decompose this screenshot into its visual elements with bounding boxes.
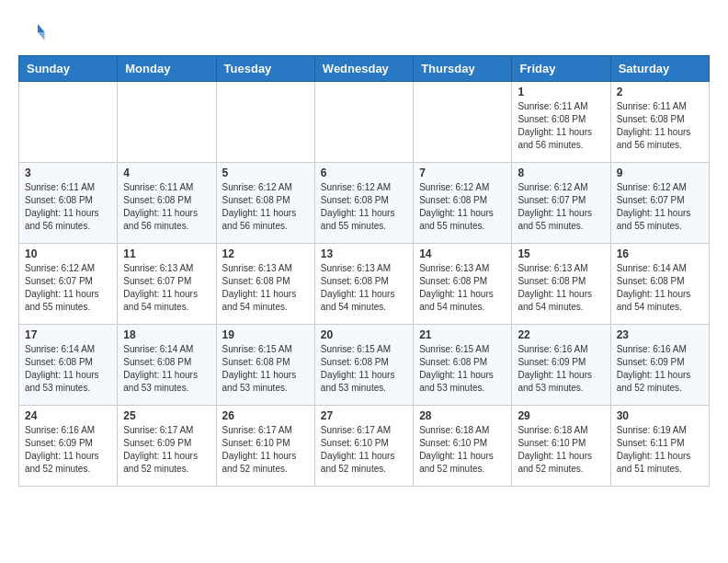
day-cell: 2Sunrise: 6:11 AMSunset: 6:08 PMDaylight… xyxy=(610,82,709,163)
calendar-table: SundayMondayTuesdayWednesdayThursdayFrid… xyxy=(18,55,710,487)
day-cell: 15Sunrise: 6:13 AMSunset: 6:08 PMDayligh… xyxy=(512,244,610,325)
day-info: Sunrise: 6:13 AMSunset: 6:08 PMDaylight:… xyxy=(321,262,407,314)
day-cell: 26Sunrise: 6:17 AMSunset: 6:10 PMDayligh… xyxy=(216,406,314,487)
day-info: Sunrise: 6:12 AMSunset: 6:08 PMDaylight:… xyxy=(222,181,309,233)
day-cell xyxy=(118,82,216,163)
day-info: Sunrise: 6:15 AMSunset: 6:08 PMDaylight:… xyxy=(321,343,407,395)
day-info: Sunrise: 6:12 AMSunset: 6:08 PMDaylight:… xyxy=(321,181,407,233)
day-cell: 4Sunrise: 6:11 AMSunset: 6:08 PMDaylight… xyxy=(118,163,216,244)
day-cell: 7Sunrise: 6:12 AMSunset: 6:08 PMDaylight… xyxy=(414,163,512,244)
day-info: Sunrise: 6:11 AMSunset: 6:08 PMDaylight:… xyxy=(25,181,111,233)
day-cell xyxy=(216,82,314,163)
day-cell: 30Sunrise: 6:19 AMSunset: 6:11 PMDayligh… xyxy=(610,406,709,487)
day-cell: 28Sunrise: 6:18 AMSunset: 6:10 PMDayligh… xyxy=(414,406,512,487)
day-number: 20 xyxy=(321,328,407,341)
day-number: 22 xyxy=(518,328,604,341)
day-info: Sunrise: 6:16 AMSunset: 6:09 PMDaylight:… xyxy=(25,424,111,476)
day-info: Sunrise: 6:15 AMSunset: 6:08 PMDaylight:… xyxy=(222,343,309,395)
day-number: 8 xyxy=(518,167,604,179)
day-cell: 14Sunrise: 6:13 AMSunset: 6:08 PMDayligh… xyxy=(414,244,512,325)
day-number: 13 xyxy=(321,247,407,260)
day-cell: 9Sunrise: 6:12 AMSunset: 6:07 PMDaylight… xyxy=(610,163,709,244)
day-info: Sunrise: 6:17 AMSunset: 6:10 PMDaylight:… xyxy=(321,424,407,476)
day-number: 23 xyxy=(617,328,703,341)
day-number: 15 xyxy=(518,247,604,260)
day-info: Sunrise: 6:11 AMSunset: 6:08 PMDaylight:… xyxy=(617,100,703,152)
day-number: 7 xyxy=(419,167,506,179)
day-number: 18 xyxy=(123,328,210,341)
day-info: Sunrise: 6:11 AMSunset: 6:08 PMDaylight:… xyxy=(518,100,604,152)
day-info: Sunrise: 6:16 AMSunset: 6:09 PMDaylight:… xyxy=(617,343,703,395)
day-info: Sunrise: 6:14 AMSunset: 6:08 PMDaylight:… xyxy=(25,343,111,395)
day-cell: 8Sunrise: 6:12 AMSunset: 6:07 PMDaylight… xyxy=(512,163,610,244)
day-info: Sunrise: 6:12 AMSunset: 6:07 PMDaylight:… xyxy=(617,181,703,233)
day-cell: 6Sunrise: 6:12 AMSunset: 6:08 PMDaylight… xyxy=(314,163,413,244)
day-info: Sunrise: 6:18 AMSunset: 6:10 PMDaylight:… xyxy=(518,424,604,476)
calendar-header: SundayMondayTuesdayWednesdayThursdayFrid… xyxy=(19,56,710,82)
day-cell: 16Sunrise: 6:14 AMSunset: 6:08 PMDayligh… xyxy=(610,244,709,325)
day-cell: 17Sunrise: 6:14 AMSunset: 6:08 PMDayligh… xyxy=(19,325,118,406)
day-info: Sunrise: 6:12 AMSunset: 6:08 PMDaylight:… xyxy=(419,181,506,233)
day-number: 9 xyxy=(617,167,703,179)
day-cell xyxy=(314,82,413,163)
day-cell: 23Sunrise: 6:16 AMSunset: 6:09 PMDayligh… xyxy=(610,325,709,406)
day-cell: 29Sunrise: 6:18 AMSunset: 6:10 PMDayligh… xyxy=(512,406,610,487)
day-info: Sunrise: 6:12 AMSunset: 6:07 PMDaylight:… xyxy=(25,262,111,314)
logo-icon xyxy=(18,18,46,46)
day-number: 25 xyxy=(123,409,210,422)
day-cell: 24Sunrise: 6:16 AMSunset: 6:09 PMDayligh… xyxy=(19,406,118,487)
day-cell: 18Sunrise: 6:14 AMSunset: 6:08 PMDayligh… xyxy=(118,325,216,406)
column-header-sunday: Sunday xyxy=(19,56,118,82)
day-cell: 20Sunrise: 6:15 AMSunset: 6:08 PMDayligh… xyxy=(314,325,413,406)
day-info: Sunrise: 6:13 AMSunset: 6:07 PMDaylight:… xyxy=(123,262,210,314)
day-number: 29 xyxy=(518,409,604,422)
column-header-wednesday: Wednesday xyxy=(314,56,413,82)
page-header xyxy=(18,18,710,46)
day-number: 26 xyxy=(222,409,309,422)
day-number: 3 xyxy=(25,167,111,179)
day-header-row: SundayMondayTuesdayWednesdayThursdayFrid… xyxy=(19,56,710,82)
day-cell: 13Sunrise: 6:13 AMSunset: 6:08 PMDayligh… xyxy=(314,244,413,325)
day-info: Sunrise: 6:13 AMSunset: 6:08 PMDaylight:… xyxy=(518,262,604,314)
day-cell: 1Sunrise: 6:11 AMSunset: 6:08 PMDaylight… xyxy=(512,82,610,163)
day-info: Sunrise: 6:19 AMSunset: 6:11 PMDaylight:… xyxy=(617,424,703,476)
day-cell: 22Sunrise: 6:16 AMSunset: 6:09 PMDayligh… xyxy=(512,325,610,406)
column-header-thursday: Thursday xyxy=(414,56,512,82)
day-number: 1 xyxy=(518,86,604,98)
day-number: 12 xyxy=(222,247,309,260)
column-header-friday: Friday xyxy=(512,56,610,82)
day-number: 28 xyxy=(419,409,506,422)
day-number: 5 xyxy=(222,167,309,179)
day-cell: 21Sunrise: 6:15 AMSunset: 6:08 PMDayligh… xyxy=(414,325,512,406)
day-number: 2 xyxy=(617,86,703,98)
day-cell xyxy=(414,82,512,163)
day-cell: 11Sunrise: 6:13 AMSunset: 6:07 PMDayligh… xyxy=(118,244,216,325)
day-info: Sunrise: 6:12 AMSunset: 6:07 PMDaylight:… xyxy=(518,181,604,233)
day-number: 30 xyxy=(617,409,703,422)
day-number: 16 xyxy=(617,247,703,260)
column-header-saturday: Saturday xyxy=(610,56,709,82)
day-number: 14 xyxy=(419,247,506,260)
day-cell: 27Sunrise: 6:17 AMSunset: 6:10 PMDayligh… xyxy=(314,406,413,487)
day-info: Sunrise: 6:11 AMSunset: 6:08 PMDaylight:… xyxy=(123,181,210,233)
week-row-3: 17Sunrise: 6:14 AMSunset: 6:08 PMDayligh… xyxy=(19,325,710,406)
column-header-monday: Monday xyxy=(118,56,216,82)
svg-marker-0 xyxy=(38,24,45,32)
week-row-4: 24Sunrise: 6:16 AMSunset: 6:09 PMDayligh… xyxy=(19,406,710,487)
week-row-0: 1Sunrise: 6:11 AMSunset: 6:08 PMDaylight… xyxy=(19,82,710,163)
logo xyxy=(18,18,50,46)
week-row-1: 3Sunrise: 6:11 AMSunset: 6:08 PMDaylight… xyxy=(19,163,710,244)
day-cell: 19Sunrise: 6:15 AMSunset: 6:08 PMDayligh… xyxy=(216,325,314,406)
calendar-body: 1Sunrise: 6:11 AMSunset: 6:08 PMDaylight… xyxy=(19,82,710,487)
day-info: Sunrise: 6:13 AMSunset: 6:08 PMDaylight:… xyxy=(419,262,506,314)
day-cell: 10Sunrise: 6:12 AMSunset: 6:07 PMDayligh… xyxy=(19,244,118,325)
day-cell: 3Sunrise: 6:11 AMSunset: 6:08 PMDaylight… xyxy=(19,163,118,244)
day-number: 4 xyxy=(123,167,210,179)
day-cell: 25Sunrise: 6:17 AMSunset: 6:09 PMDayligh… xyxy=(118,406,216,487)
day-cell xyxy=(19,82,118,163)
day-number: 21 xyxy=(419,328,506,341)
day-info: Sunrise: 6:13 AMSunset: 6:08 PMDaylight:… xyxy=(222,262,309,314)
column-header-tuesday: Tuesday xyxy=(216,56,314,82)
day-cell: 5Sunrise: 6:12 AMSunset: 6:08 PMDaylight… xyxy=(216,163,314,244)
day-info: Sunrise: 6:14 AMSunset: 6:08 PMDaylight:… xyxy=(617,262,703,314)
